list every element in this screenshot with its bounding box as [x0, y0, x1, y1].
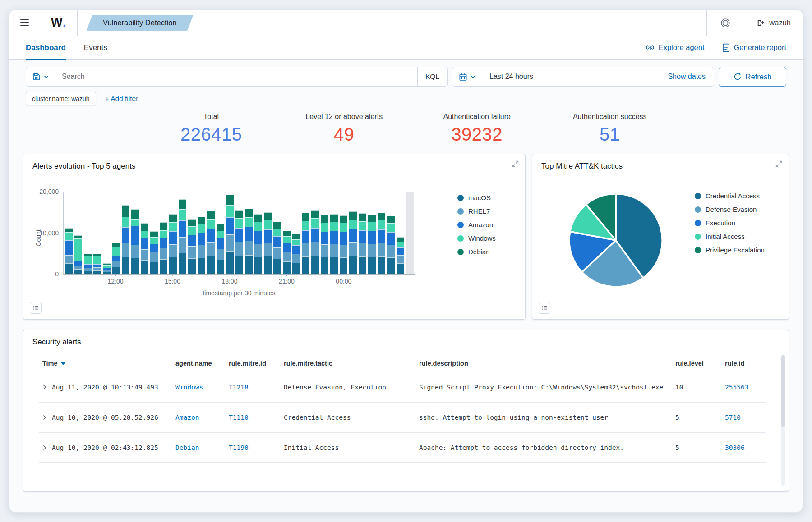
stacked-bar[interactable] [112, 192, 120, 274]
bar-segment-debian [226, 195, 234, 205]
stacked-bar[interactable] [188, 192, 196, 274]
cell-agent-name[interactable]: Amazon [172, 403, 225, 433]
menu-icon[interactable] [9, 10, 40, 36]
stacked-bar[interactable] [74, 192, 82, 274]
cell-rule-mitre-id[interactable]: T1110 [225, 403, 280, 433]
stacked-bar[interactable] [330, 192, 338, 274]
legend-item-macos[interactable]: macOS [457, 194, 496, 201]
generate-report-button[interactable]: Generate report [722, 43, 786, 52]
legend-item-credential-access[interactable]: Credential Access [695, 192, 765, 200]
stacked-bar[interactable] [141, 192, 148, 274]
stacked-bar[interactable] [198, 192, 205, 274]
cell-rule-id[interactable]: 30306 [721, 433, 766, 463]
table-scrollbar[interactable] [781, 355, 785, 486]
stacked-bar[interactable] [311, 192, 319, 274]
inspect-list-button[interactable] [539, 302, 550, 314]
add-filter-button[interactable]: + Add filter [105, 95, 138, 103]
user-menu[interactable]: wazuh [744, 10, 803, 36]
stacked-bar[interactable] [226, 192, 234, 274]
stacked-bar[interactable] [93, 192, 101, 274]
stacked-bar[interactable] [103, 192, 111, 274]
cell-rule-mitre-id[interactable]: T1190 [225, 433, 280, 463]
stacked-bar[interactable] [368, 192, 376, 274]
legend-item-debian[interactable]: Debian [457, 248, 496, 256]
stacked-bar[interactable] [235, 192, 243, 274]
table-row[interactable]: Aug 11, 2020 @ 10:13:49.493WindowsT1218D… [39, 372, 766, 403]
stacked-bar[interactable] [207, 192, 215, 274]
x-tick-label: 12:00 [107, 278, 123, 285]
stacked-bar[interactable] [254, 192, 262, 274]
tab-events[interactable]: Events [84, 36, 107, 59]
stacked-bar[interactable] [273, 192, 281, 274]
show-dates-button[interactable]: Show dates [660, 67, 714, 86]
stacked-bar[interactable] [359, 192, 366, 274]
bar-plot[interactable] [63, 192, 415, 275]
cell-agent-name[interactable]: Windows [172, 372, 225, 403]
expand-panel-icon[interactable] [775, 160, 783, 168]
stacked-bar[interactable] [122, 192, 129, 274]
stacked-bar[interactable] [160, 192, 167, 274]
stacked-bar[interactable] [65, 192, 73, 274]
stacked-bar[interactable] [84, 192, 92, 274]
stacked-bar[interactable] [321, 192, 328, 274]
stacked-bar[interactable] [340, 192, 347, 274]
refresh-button[interactable]: Refresh [719, 67, 786, 87]
list-icon [541, 305, 548, 311]
expand-row-icon[interactable] [42, 445, 47, 450]
table-row[interactable]: Aug 10, 2020 @ 02:43:12.825DebianT1190In… [39, 433, 766, 463]
legend-item-defense-evasion[interactable]: Defense Evasion [695, 206, 765, 213]
stacked-bar[interactable] [131, 192, 139, 274]
stacked-bar[interactable] [397, 192, 404, 274]
wazuh-logo[interactable]: W. [40, 10, 77, 36]
cell-agent-name[interactable]: Debian [172, 433, 225, 463]
legend-item-initial-access[interactable]: Initial Access [695, 233, 765, 240]
stacked-bar[interactable] [245, 192, 253, 274]
filter-pill[interactable]: cluster.name: wazuh [26, 92, 96, 105]
col-header-rule-mitre-id[interactable]: rule.mitre.id [225, 354, 280, 372]
col-header-rule-mitre-tactic[interactable]: rule.mitre.tactic [280, 354, 415, 372]
stacked-bar[interactable] [217, 192, 224, 274]
legend-item-rhel7[interactable]: RHEL7 [457, 207, 496, 215]
expand-panel-icon[interactable] [512, 160, 519, 168]
legend-item-windows[interactable]: Windows [457, 234, 496, 242]
stacked-bar[interactable] [349, 192, 357, 274]
search-input[interactable] [55, 67, 417, 86]
time-range-value[interactable]: Last 24 hours [482, 67, 540, 86]
col-header-rule-level[interactable]: rule.level [672, 354, 721, 372]
mitre-pie[interactable] [559, 184, 672, 297]
stacked-bar[interactable] [150, 192, 158, 274]
cell-rule-mitre-id[interactable]: T1218 [225, 372, 280, 403]
tab-dashboard[interactable]: Dashboard [26, 36, 66, 59]
legend-dot [695, 220, 701, 226]
col-header-time[interactable]: Time [39, 354, 172, 372]
stacked-bar[interactable] [179, 192, 186, 274]
stacked-bar[interactable] [169, 192, 177, 274]
scrollbar-thumb[interactable] [781, 355, 785, 427]
stacked-bar[interactable] [378, 192, 385, 274]
stacked-bar[interactable] [302, 192, 309, 274]
stacked-bar[interactable] [292, 192, 300, 274]
legend-item-amazon[interactable]: Amazon [457, 221, 496, 229]
inspect-list-button[interactable] [30, 302, 42, 314]
col-header-rule-id[interactable]: rule.id [721, 354, 766, 372]
col-header-rule-description[interactable]: rule.description [415, 354, 672, 372]
expand-row-icon[interactable] [42, 385, 47, 390]
legend-item-privilege-escalation[interactable]: Privilege Escalation [695, 246, 765, 254]
kql-button[interactable]: KQL [417, 67, 447, 86]
stacked-bar[interactable] [387, 192, 395, 274]
health-indicator-button[interactable] [707, 10, 744, 36]
module-breadcrumb-badge[interactable]: Vulnerability Detection [89, 15, 190, 31]
col-header-agent-name[interactable]: agent.name [172, 354, 225, 372]
date-quick-select-button[interactable] [452, 67, 482, 86]
expand-row-icon[interactable] [42, 415, 47, 420]
stacked-bar[interactable] [283, 192, 291, 274]
saved-queries-button[interactable] [26, 67, 55, 86]
legend-item-execution[interactable]: Execution [695, 219, 765, 227]
stacked-bar[interactable] [264, 192, 272, 274]
table-row[interactable]: Aug 10, 2020 @ 05:28:52.926AmazonT1110Cr… [39, 403, 766, 433]
security-table-header-row: Timeagent.namerule.mitre.idrule.mitre.ta… [39, 354, 766, 372]
cell-rule-id[interactable]: 255563 [721, 372, 766, 403]
bar-segment-debian [368, 215, 376, 222]
explore-agent-button[interactable]: Explore agent [645, 43, 705, 52]
cell-rule-id[interactable]: 5710 [721, 403, 766, 433]
